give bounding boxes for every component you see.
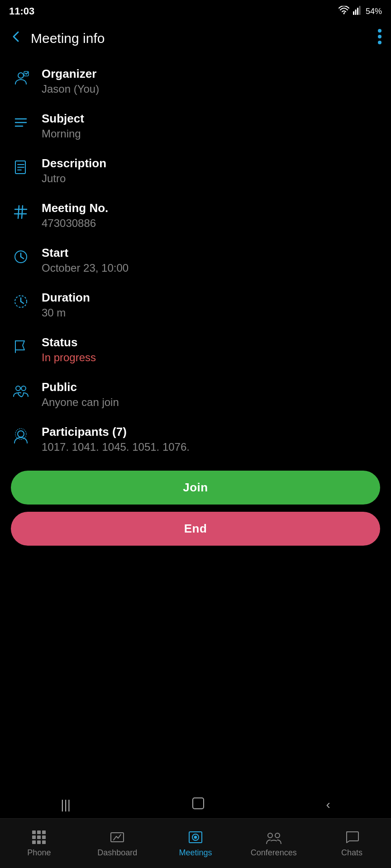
nav-dashboard-label: Dashboard — [97, 848, 137, 858]
join-button[interactable]: Join — [11, 471, 380, 505]
participants-text: Participants (7) 1017. 1041. 1045. 1051.… — [42, 425, 190, 453]
svg-rect-36 — [32, 835, 36, 839]
status-label: Status — [42, 335, 96, 349]
participants-label: Participants (7) — [42, 425, 190, 439]
svg-rect-39 — [32, 840, 36, 844]
battery-indicator: 54% — [366, 7, 382, 16]
organizer-field: Organizer Jason (You) — [0, 59, 391, 104]
bottom-nav: Phone Dashboard Meetings Conferences — [0, 818, 391, 868]
public-icon — [11, 381, 31, 401]
description-icon — [11, 157, 31, 177]
start-text: Start October 23, 10:00 — [42, 246, 129, 274]
nav-chats-label: Chats — [341, 848, 362, 858]
svg-rect-32 — [193, 798, 204, 809]
nav-conferences-label: Conferences — [251, 848, 297, 858]
duration-value: 30 m — [42, 307, 90, 319]
nav-item-phone[interactable]: Phone — [0, 829, 78, 858]
nav-item-meetings[interactable]: Meetings — [157, 829, 235, 858]
subject-value: Morning — [42, 127, 84, 140]
wifi-icon — [339, 6, 349, 17]
svg-rect-37 — [37, 835, 41, 839]
start-value: October 23, 10:00 — [42, 262, 129, 274]
participants-icon — [11, 426, 31, 446]
back-system-button[interactable]: ‹ — [326, 797, 330, 812]
duration-field: Duration 30 m — [0, 283, 391, 327]
public-value: Anyone can join — [42, 396, 119, 409]
app-bar: Meeting info — [0, 23, 391, 54]
duration-text: Duration 30 m — [42, 291, 90, 319]
nav-item-chats[interactable]: Chats — [313, 829, 391, 858]
status-value: In progress — [42, 351, 96, 364]
organizer-text: Organizer Jason (You) — [42, 67, 99, 95]
svg-rect-2 — [355, 9, 356, 15]
svg-rect-41 — [42, 840, 46, 844]
action-buttons: Join End — [0, 462, 391, 550]
svg-point-5 — [378, 29, 381, 33]
meeting-no-label: Meeting No. — [42, 201, 108, 215]
organizer-value: Jason (You) — [42, 83, 99, 95]
svg-point-7 — [378, 41, 381, 44]
start-field: Start October 23, 10:00 — [0, 238, 391, 283]
subject-field: Subject Morning — [0, 104, 391, 148]
public-text: Public Anyone can join — [42, 380, 119, 409]
svg-line-26 — [21, 302, 24, 303]
svg-rect-38 — [42, 835, 46, 839]
svg-point-46 — [268, 833, 272, 838]
svg-rect-34 — [37, 830, 41, 834]
svg-rect-3 — [357, 8, 358, 15]
svg-line-17 — [18, 206, 19, 218]
start-label: Start — [42, 246, 129, 260]
participants-field: Participants (7) 1017. 1041. 1045. 1051.… — [0, 417, 391, 462]
nav-phone-label: Phone — [27, 848, 51, 858]
start-icon — [11, 247, 31, 267]
nav-item-dashboard[interactable]: Dashboard — [78, 829, 157, 858]
svg-rect-40 — [37, 840, 41, 844]
description-value: Jutro — [42, 172, 106, 185]
svg-point-8 — [18, 73, 24, 78]
subject-label: Subject — [42, 112, 84, 126]
svg-point-28 — [16, 386, 20, 391]
public-field: Public Anyone can join — [0, 372, 391, 417]
meeting-info-content: Organizer Jason (You) Subject Morning — [0, 54, 391, 645]
description-field: Description Jutro — [0, 148, 391, 193]
status-text: Status In progress — [42, 335, 96, 364]
back-button[interactable] — [9, 29, 24, 47]
organizer-icon — [11, 68, 31, 88]
svg-rect-33 — [32, 830, 36, 834]
duration-icon — [11, 292, 31, 311]
svg-line-18 — [22, 206, 23, 218]
public-label: Public — [42, 380, 119, 394]
end-button[interactable]: End — [11, 512, 380, 546]
subject-text: Subject Morning — [42, 112, 84, 140]
description-label: Description — [42, 156, 106, 170]
svg-point-45 — [194, 836, 197, 839]
meeting-no-value: 473030886 — [42, 217, 108, 230]
home-button[interactable] — [192, 797, 205, 813]
description-text: Description Jutro — [42, 156, 106, 185]
more-options-icon[interactable] — [377, 28, 382, 48]
participants-value: 1017. 1041. 1045. 1051. 1076. — [42, 441, 190, 453]
system-nav: ||| ‹ — [0, 791, 391, 818]
status-icon — [11, 336, 31, 356]
meeting-no-field: Meeting No. 473030886 — [0, 193, 391, 238]
status-time: 11:03 — [9, 5, 34, 17]
status-icons: 54% — [339, 6, 382, 17]
app-bar-left: Meeting info — [9, 29, 105, 47]
svg-point-29 — [21, 386, 26, 391]
svg-point-47 — [275, 833, 280, 838]
duration-label: Duration — [42, 291, 90, 305]
recent-apps-button[interactable]: ||| — [61, 797, 71, 812]
signal-icon — [353, 6, 362, 17]
svg-point-30 — [18, 431, 24, 437]
status-field: Status In progress — [0, 327, 391, 372]
svg-rect-1 — [353, 11, 354, 15]
nav-meetings-label: Meetings — [179, 848, 212, 858]
nav-item-conferences[interactable]: Conferences — [234, 829, 313, 858]
svg-rect-35 — [42, 830, 46, 834]
page-title: Meeting info — [31, 31, 105, 46]
meeting-no-icon — [11, 202, 31, 222]
subject-icon — [11, 113, 31, 132]
meeting-no-text: Meeting No. 473030886 — [42, 201, 108, 230]
svg-rect-4 — [359, 6, 360, 15]
svg-point-6 — [378, 35, 381, 38]
